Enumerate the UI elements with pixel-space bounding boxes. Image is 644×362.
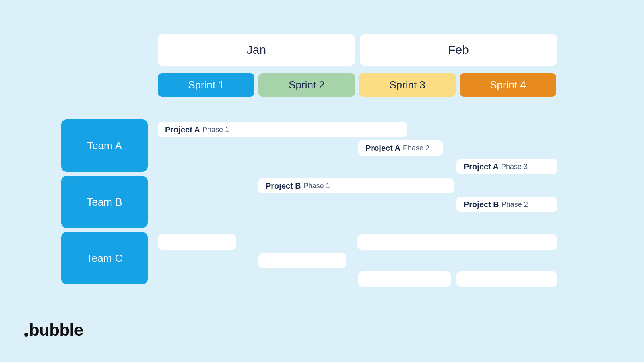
gantt-chart: Jan Feb Sprint 1 Sprint 2 Sprint 3 Sprin… <box>0 0 644 34</box>
phase-label: Phase 2 <box>502 200 528 209</box>
phase-label: Phase 1 <box>303 182 330 190</box>
project-label: Project B <box>266 181 301 191</box>
task-bar: Project A Phase 1 <box>158 122 407 137</box>
project-label: Project B <box>464 200 499 209</box>
team-cell-c: Team C <box>61 232 148 284</box>
task-bar <box>358 272 451 287</box>
months-row: Jan Feb <box>158 34 557 66</box>
phase-label: Phase 1 <box>202 125 229 134</box>
project-label: Project A <box>365 144 400 153</box>
sprint-cell-2: Sprint 2 <box>258 73 355 97</box>
task-bar: Project A Phase 2 <box>358 140 443 156</box>
project-label: Project A <box>165 125 200 134</box>
task-bar <box>158 234 236 250</box>
sprints-row: Sprint 1 Sprint 2 Sprint 3 Sprint 4 <box>158 73 556 97</box>
sprint-cell-3: Sprint 3 <box>359 73 456 97</box>
month-cell: Jan <box>158 34 355 66</box>
phase-label: Phase 3 <box>501 162 528 171</box>
month-cell: Feb <box>360 34 557 66</box>
team-cell-b: Team B <box>61 176 148 228</box>
task-bar <box>357 234 557 250</box>
logo-dot-icon <box>24 333 28 337</box>
sprint-cell-4: Sprint 4 <box>460 73 556 97</box>
task-bar: Project A Phase 3 <box>456 159 557 174</box>
brand-logo: bubble <box>24 321 83 340</box>
task-bar <box>456 272 557 287</box>
sprint-cell-1: Sprint 1 <box>158 73 254 97</box>
team-cell-a: Team A <box>61 119 148 172</box>
task-bar: Project B Phase 2 <box>456 197 557 212</box>
project-label: Project A <box>464 162 499 171</box>
brand-name: bubble <box>29 321 83 340</box>
task-bar <box>258 253 346 268</box>
task-bar: Project B Phase 1 <box>258 178 454 193</box>
teams-column: Team A Team B Team C <box>61 119 148 284</box>
phase-label: Phase 2 <box>403 144 429 152</box>
